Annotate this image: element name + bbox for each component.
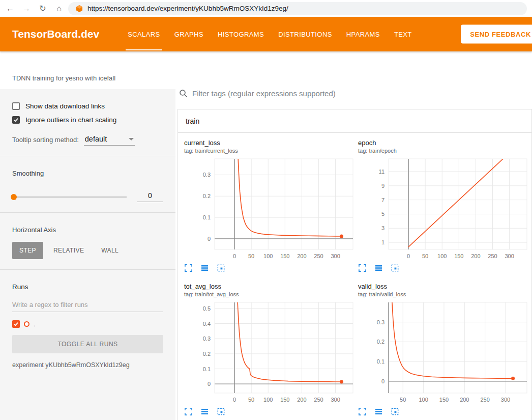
svg-text:250: 250	[314, 397, 323, 403]
svg-text:200: 200	[297, 253, 306, 259]
svg-text:50: 50	[400, 397, 406, 403]
svg-text:250: 250	[488, 253, 497, 259]
reload-icon[interactable]: ↻	[36, 2, 50, 16]
toggle-all-runs-button[interactable]: TOGGLE ALL RUNS	[12, 335, 163, 353]
toggle-runs-icon[interactable]	[374, 407, 383, 416]
svg-text:50: 50	[248, 253, 254, 259]
svg-text:300: 300	[331, 253, 340, 259]
back-icon[interactable]: ←	[3, 2, 17, 16]
ignore-outliers-checkbox[interactable]	[12, 116, 20, 124]
home-icon[interactable]: ⌂	[52, 2, 66, 16]
line-chart[interactable]: 5010015020025030000.10.20.3	[358, 300, 529, 406]
svg-text:100: 100	[263, 253, 273, 259]
fit-domain-icon[interactable]	[217, 407, 225, 416]
horizontal-axis-label: Horizontal Axis	[12, 226, 163, 234]
show-download-links-row[interactable]: Show data download links	[12, 102, 163, 110]
svg-text:0.2: 0.2	[203, 193, 211, 199]
svg-text:0.2: 0.2	[377, 339, 385, 345]
svg-text:250: 250	[480, 397, 489, 403]
runs-filter-input[interactable]	[12, 298, 163, 312]
chart-toolbar	[184, 407, 356, 416]
relative-button[interactable]: RELATIVE	[46, 242, 91, 259]
svg-text:0.5: 0.5	[203, 305, 211, 312]
horizontal-axis-buttons: STEP RELATIVE WALL	[12, 242, 163, 259]
tooltip-sorting-label: Tooltip sorting method:	[12, 136, 79, 146]
toggle-runs-icon[interactable]	[374, 264, 383, 272]
expand-chart-icon[interactable]	[184, 264, 193, 272]
filter-tags-input[interactable]	[192, 89, 532, 98]
chart-tag: tag: train/current_loss	[184, 148, 356, 154]
run-color-swatch	[24, 321, 29, 327]
send-feedback-button[interactable]: SEND FEEDBACK	[461, 25, 532, 44]
svg-text:0: 0	[407, 253, 410, 259]
chart-title: tot_avg_loss	[184, 283, 356, 290]
expand-chart-icon[interactable]	[184, 407, 193, 416]
ignore-outliers-row[interactable]: Ignore outliers in chart scaling	[12, 116, 163, 124]
sidebar: Show data download links Ignore outliers…	[0, 89, 175, 420]
svg-text:7: 7	[381, 197, 385, 203]
check-icon	[13, 117, 19, 123]
expand-chart-icon[interactable]	[358, 264, 367, 272]
svg-text:50: 50	[248, 397, 254, 403]
smoothing-slider[interactable]	[12, 197, 127, 198]
chart-tag: tag: train/tot_avg_loss	[184, 291, 356, 297]
chart-title: current_loss	[184, 139, 356, 147]
runs-label: Runs	[12, 283, 163, 291]
svg-text:100: 100	[437, 253, 447, 259]
ignore-outliers-label: Ignore outliers in chart scaling	[25, 116, 116, 124]
tab-hparams[interactable]: HPARAMS	[339, 17, 387, 51]
chart-tag: tag: train/epoch	[358, 148, 529, 154]
svg-text:0: 0	[233, 397, 236, 403]
tab-text[interactable]: TEXT	[387, 17, 419, 51]
divider	[0, 269, 175, 270]
search-icon	[179, 89, 188, 98]
svg-text:9: 9	[381, 183, 385, 189]
show-download-links-label: Show data download links	[25, 102, 105, 110]
svg-text:300: 300	[505, 253, 514, 259]
line-chart[interactable]: 0501001502002503001357911	[358, 157, 529, 263]
svg-text:100: 100	[263, 397, 273, 403]
forward-icon[interactable]: →	[19, 2, 34, 16]
toggle-runs-icon[interactable]	[200, 264, 209, 272]
app-header: TensorBoard.dev SCALARS GRAPHS HISTOGRAM…	[0, 17, 532, 51]
show-download-links-checkbox[interactable]	[12, 102, 20, 110]
address-bar[interactable]: https://tensorboard.dev/experiment/yKUbh…	[68, 2, 527, 15]
fit-domain-icon[interactable]	[391, 407, 399, 416]
run-row[interactable]: .	[12, 320, 163, 328]
line-chart[interactable]: 05010015020025030000.10.20.3	[184, 157, 356, 263]
toggle-runs-icon[interactable]	[200, 407, 209, 416]
svg-text:0: 0	[233, 253, 236, 259]
svg-text:300: 300	[331, 397, 340, 403]
nav-tabs: SCALARS GRAPHS HISTOGRAMS DISTRIBUTIONS …	[121, 17, 419, 51]
wall-button[interactable]: WALL	[94, 242, 126, 259]
chevron-down-icon	[129, 138, 134, 141]
tab-distributions[interactable]: DISTRIBUTIONS	[271, 17, 339, 51]
svg-text:150: 150	[439, 397, 449, 403]
svg-text:0.1: 0.1	[377, 358, 385, 365]
step-button[interactable]: STEP	[12, 242, 43, 259]
fit-domain-icon[interactable]	[217, 264, 225, 272]
svg-text:0.1: 0.1	[203, 366, 211, 372]
line-chart[interactable]: 05010015020025030000.10.20.30.40.5	[184, 300, 356, 406]
tab-histograms[interactable]: HISTOGRAMS	[211, 17, 271, 51]
expand-chart-icon[interactable]	[358, 407, 367, 416]
smoothing-slider-thumb[interactable]	[11, 194, 17, 200]
tab-graphs[interactable]: GRAPHS	[167, 17, 211, 51]
experiment-id: experiment yKUbhb5wRmOSXYkId1z9eg	[12, 361, 163, 369]
svg-text:3: 3	[381, 225, 385, 231]
run-checkbox[interactable]	[12, 320, 20, 328]
train-card-header[interactable]: train	[178, 109, 531, 133]
main-panel: train current_loss tag: train/current_lo…	[175, 89, 532, 420]
url-text: https://tensorboard.dev/experiment/yKUbh…	[87, 5, 288, 12]
tab-scalars[interactable]: SCALARS	[121, 17, 167, 51]
svg-text:0.3: 0.3	[203, 172, 211, 178]
chart-card-current-loss: current_loss tag: train/current_loss 050…	[184, 139, 356, 272]
smoothing-value[interactable]: 0	[137, 191, 163, 202]
chart-card-tot-avg-loss: tot_avg_loss tag: train/tot_avg_loss 050…	[184, 283, 356, 416]
tooltip-sorting-dropdown[interactable]: default	[84, 135, 135, 146]
fit-domain-icon[interactable]	[391, 264, 399, 272]
svg-text:0.4: 0.4	[203, 321, 211, 327]
svg-text:0: 0	[208, 381, 211, 387]
train-card: train current_loss tag: train/current_lo…	[178, 109, 532, 420]
svg-text:200: 200	[297, 397, 306, 403]
